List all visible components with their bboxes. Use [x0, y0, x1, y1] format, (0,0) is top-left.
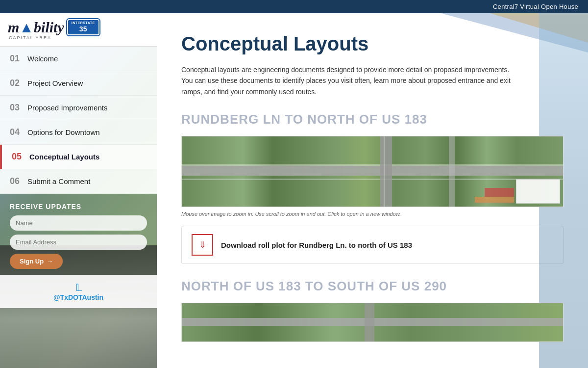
- nav-num-6: 06: [10, 176, 27, 186]
- nav-num-2: 02: [10, 78, 27, 88]
- section-heading-2: NORTH OF US 183 TO SOUTH OF US 290: [181, 279, 564, 294]
- map-image-us183[interactable]: [181, 303, 564, 342]
- main-content: Conceptual Layouts Conceptual layouts ar…: [157, 13, 588, 368]
- top-bar: Central7 Virtual Open House: [0, 0, 588, 13]
- logo: m▲bility INTERSTATE 35 CAPITAL AREA: [8, 19, 99, 40]
- nav-label-3: Proposed Improvements: [27, 104, 107, 112]
- download-icon: ⇓: [192, 234, 213, 256]
- nav-label-2: Project Overview: [27, 79, 83, 87]
- nav-label-5: Conceptual Layouts: [29, 153, 99, 161]
- page-title: Conceptual Layouts: [181, 33, 564, 54]
- download-label-1: Download roll plot for Rundberg Ln. to n…: [221, 241, 412, 249]
- sidebar-nav: 01 Welcome 02 Project Overview 03 Propos…: [0, 47, 157, 194]
- updates-section: RECEIVE UPDATES Sign Up →: [0, 194, 157, 275]
- main-layout: m▲bility INTERSTATE 35 CAPITAL AREA 01 W…: [0, 13, 588, 368]
- section-heading-1: RUNDBERG LN TO NORTH OF US 183: [181, 112, 564, 127]
- top-bar-title: Central7 Virtual Open House: [493, 3, 578, 10]
- sign-up-arrow: →: [47, 258, 53, 265]
- i35-badge: INTERSTATE 35: [67, 19, 99, 35]
- twitter-handle: @TxDOTAustin: [10, 293, 147, 301]
- updates-title: RECEIVE UPDATES: [10, 203, 147, 210]
- nav-num-1: 01: [10, 53, 27, 64]
- sign-up-label: Sign Up: [20, 258, 44, 265]
- map-caption-1: Mouse over image to zoom in. Use scroll …: [181, 211, 564, 217]
- nav-num-5: 05: [12, 152, 29, 162]
- twitter-section[interactable]: 𝕃 @TxDOTAustin: [0, 275, 157, 308]
- sidebar-header: m▲bility INTERSTATE 35 CAPITAL AREA: [0, 13, 157, 47]
- sidebar-bg: 01 Welcome 02 Project Overview 03 Propos…: [0, 47, 157, 368]
- nav-label-1: Welcome: [27, 54, 58, 63]
- nav-num-3: 03: [10, 103, 27, 113]
- map-image-rundberg[interactable]: [181, 136, 564, 207]
- download-arrow-icon: ⇓: [199, 239, 206, 250]
- logo-wordmark: m▲bility: [8, 20, 64, 35]
- sidebar-item-options-downtown[interactable]: 04 Options for Downtown: [0, 120, 157, 145]
- aerial-map: [182, 136, 563, 207]
- download-box-1[interactable]: ⇓ Download roll plot for Rundberg Ln. to…: [181, 226, 564, 264]
- sidebar-item-project-overview[interactable]: 02 Project Overview: [0, 71, 157, 96]
- sidebar-item-proposed-improvements[interactable]: 03 Proposed Improvements: [0, 96, 157, 120]
- sidebar: m▲bility INTERSTATE 35 CAPITAL AREA 01 W…: [0, 13, 157, 368]
- twitter-icon: 𝕃: [10, 282, 147, 293]
- nav-label-4: Options for Downtown: [27, 128, 100, 136]
- nav-label-6: Submit a Comment: [27, 177, 90, 185]
- nav-num-4: 04: [10, 127, 27, 137]
- logo-subtitle: CAPITAL AREA: [9, 35, 99, 40]
- sidebar-item-submit-comment[interactable]: 06 Submit a Comment: [0, 169, 157, 194]
- sidebar-item-conceptual-layouts[interactable]: 05 Conceptual Layouts: [0, 145, 157, 169]
- sign-up-button[interactable]: Sign Up →: [10, 254, 63, 269]
- page-description: Conceptual layouts are engineering docum…: [181, 64, 514, 97]
- sidebar-item-welcome[interactable]: 01 Welcome: [0, 47, 157, 71]
- email-input[interactable]: [10, 235, 147, 250]
- name-input[interactable]: [10, 215, 147, 231]
